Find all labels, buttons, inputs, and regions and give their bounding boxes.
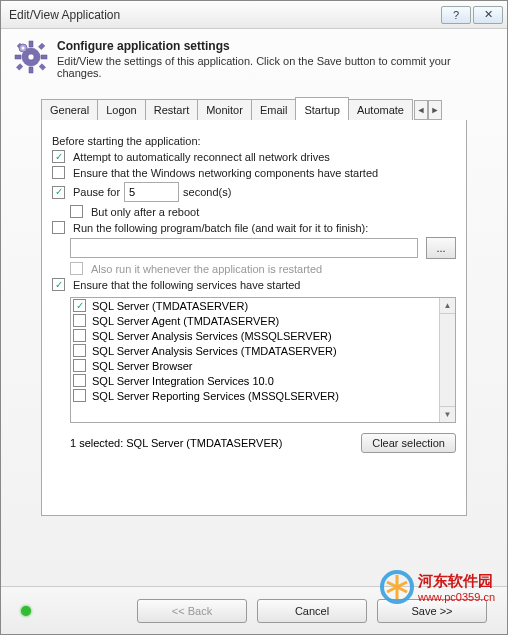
winnet-row: Ensure that the Windows networking compo… [52,166,456,179]
list-item[interactable]: SQL Server Analysis Services (TMDATASERV… [71,343,439,358]
header-title: Configure application settings [57,39,495,53]
tab-scroll-right[interactable]: ► [428,100,442,120]
reconnect-row: Attempt to automatically reconnect all n… [52,150,456,163]
startup-panel: Before starting the application: Attempt… [41,120,467,516]
list-item[interactable]: SQL Server Analysis Services (MSSQLSERVE… [71,328,439,343]
service-checkbox[interactable] [73,299,86,312]
runprog-path-input[interactable] [70,238,418,258]
runprog-path-row: ... [52,237,456,259]
svg-rect-5 [41,55,47,59]
selection-text: 1 selected: SQL Server (TMDATASERVER) [70,437,282,449]
svg-point-1 [28,54,34,60]
svg-rect-4 [15,55,21,59]
runprog-label: Run the following program/batch file (an… [73,222,368,234]
runprog-checkbox[interactable] [52,221,65,234]
services-label: Ensure that the following services have … [73,279,300,291]
reboot-row: But only after a reboot [52,205,456,218]
tab-general[interactable]: General [41,99,98,120]
scrollbar[interactable]: ▲ ▼ [439,298,455,422]
svg-rect-8 [38,43,44,49]
clear-selection-button[interactable]: Clear selection [361,433,456,453]
dialog-window: Edit/View Application ? ✕ Configure appl… [0,0,508,635]
reboot-label: But only after a reboot [91,206,199,218]
footer: << Back Cancel Save >> [1,586,507,634]
svg-rect-2 [29,41,33,47]
intro-label: Before starting the application: [52,135,456,147]
pause-suffix: second(s) [183,186,231,198]
tab-scroll-left[interactable]: ◄ [414,100,428,120]
svg-rect-9 [16,64,22,70]
reconnect-label: Attempt to automatically reconnect all n… [73,151,330,163]
status-indicator-icon [21,606,31,616]
header-subtitle: Edit/View the settings of this applicati… [57,55,495,79]
list-item[interactable]: SQL Server Reporting Services (MSSQLSERV… [71,388,439,403]
tab-automate[interactable]: Automate [348,99,413,120]
service-checkbox[interactable] [73,314,86,327]
help-button[interactable]: ? [441,6,471,24]
pause-label: Pause for [73,186,120,198]
header-text: Configure application settings Edit/View… [57,39,495,79]
list-item[interactable]: SQL Server Integration Services 10.0 [71,373,439,388]
services-checkbox[interactable] [52,278,65,291]
reconnect-checkbox[interactable] [52,150,65,163]
cancel-button[interactable]: Cancel [257,599,367,623]
svg-rect-7 [39,64,45,70]
browse-button[interactable]: ... [426,237,456,259]
svg-rect-3 [29,67,33,73]
winnet-label: Ensure that the Windows networking compo… [73,167,378,179]
tab-restart[interactable]: Restart [145,99,198,120]
service-checkbox[interactable] [73,374,86,387]
header: Configure application settings Edit/View… [1,29,507,97]
pause-row: Pause for second(s) [52,182,456,202]
selection-row: 1 selected: SQL Server (TMDATASERVER) Cl… [70,433,456,453]
list-item[interactable]: SQL Server (TMDATASERVER) [71,298,439,313]
list-item[interactable]: SQL Server Agent (TMDATASERVER) [71,313,439,328]
close-button[interactable]: ✕ [473,6,503,24]
service-checkbox[interactable] [73,389,86,402]
scroll-up-icon[interactable]: ▲ [440,298,455,314]
tab-email[interactable]: Email [251,99,297,120]
back-button[interactable]: << Back [137,599,247,623]
tab-monitor[interactable]: Monitor [197,99,252,120]
alsorun-row: Also run it whenever the application is … [52,262,456,275]
tab-scroll: ◄ ► [414,100,442,120]
titlebar: Edit/View Application ? ✕ [1,1,507,29]
svg-point-11 [22,47,25,50]
alsorun-label: Also run it whenever the application is … [91,263,322,275]
gear-icon [13,39,49,75]
reboot-checkbox[interactable] [70,205,83,218]
service-checkbox[interactable] [73,359,86,372]
services-list: SQL Server (TMDATASERVER) SQL Server Age… [70,297,456,423]
service-checkbox[interactable] [73,344,86,357]
scroll-down-icon[interactable]: ▼ [440,406,455,422]
services-list-inner[interactable]: SQL Server (TMDATASERVER) SQL Server Age… [71,298,439,422]
alsorun-checkbox [70,262,83,275]
winnet-checkbox[interactable] [52,166,65,179]
tab-logon[interactable]: Logon [97,99,146,120]
runprog-row: Run the following program/batch file (an… [52,221,456,234]
window-title: Edit/View Application [9,8,439,22]
tab-startup[interactable]: Startup [295,97,348,120]
save-button[interactable]: Save >> [377,599,487,623]
list-item[interactable]: SQL Server Browser [71,358,439,373]
service-checkbox[interactable] [73,329,86,342]
services-row: Ensure that the following services have … [52,278,456,291]
pause-checkbox[interactable] [52,186,65,199]
pause-input[interactable] [124,182,179,202]
tabstrip: General Logon Restart Monitor Email Star… [41,97,467,120]
